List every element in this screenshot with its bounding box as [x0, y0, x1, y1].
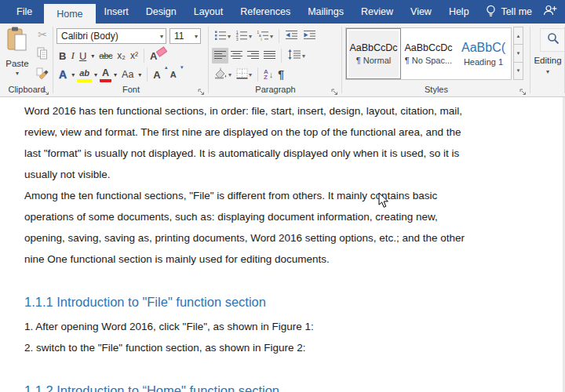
section-heading-111[interactable]: 1.1.1 Introduction to "File" function se… — [24, 290, 563, 314]
tab-home[interactable]: Home — [44, 4, 95, 24]
strikethrough-button[interactable]: abc — [97, 48, 115, 64]
clipboard-dialog-launcher-icon[interactable] — [42, 85, 50, 94]
multilevel-list-icon: 1ai — [257, 30, 269, 43]
style-normal[interactable]: AaBbCcDc ¶ Normal — [346, 28, 401, 79]
underline-button[interactable]: U — [77, 48, 89, 64]
justify-button[interactable] — [261, 48, 278, 64]
separator — [257, 67, 258, 82]
paragraph-dialog-launcher-icon[interactable] — [330, 85, 339, 94]
align-right-icon — [247, 50, 259, 62]
tab-file[interactable]: File — [5, 0, 44, 24]
numbered-list-icon: 123 — [235, 30, 248, 43]
styles-more-icon[interactable]: ▼ — [513, 62, 523, 80]
document-line[interactable]: review, view and format. The first nine … — [24, 122, 563, 143]
mouse-cursor — [378, 192, 389, 209]
tell-me-label: Tell me — [501, 6, 532, 17]
styles-scroll-down-icon[interactable]: ▼ — [513, 44, 523, 62]
find-button[interactable] — [540, 28, 565, 52]
change-case-dropdown-icon[interactable]: ▾ — [136, 67, 144, 82]
sort-az-icon: AZ — [264, 69, 268, 80]
sort-button[interactable]: AZ ↓ — [261, 67, 275, 82]
text-effects-dropdown-icon[interactable]: ▾ — [69, 67, 77, 82]
font-dialog-launcher-icon[interactable] — [197, 85, 206, 94]
document-line[interactable]: 2. switch to the "File" function section… — [24, 337, 563, 358]
separator — [147, 67, 148, 82]
share-button[interactable] — [540, 0, 565, 24]
tab-insert[interactable]: Insert — [96, 0, 137, 24]
styles-gallery: AaBbCcDc ¶ Normal AaBbCcDc ¶ No Spac... … — [345, 27, 512, 80]
styles-group: AaBbCcDc ¶ Normal AaBbCcDc ¶ No Spac... … — [342, 24, 530, 96]
paste-dropdown-arrow[interactable]: ▾ — [16, 70, 19, 77]
document-line[interactable]: last "format" is usually not displayed. … — [24, 143, 563, 164]
document-canvas[interactable]: Word 2016 has ten functional sections, i… — [0, 97, 563, 392]
change-case-button[interactable]: Aa — [119, 67, 136, 82]
editing-group-label: Editing — [530, 56, 565, 65]
styles-dialog-launcher-icon[interactable] — [519, 85, 527, 94]
document-line[interactable]: operations of some documents, such as: d… — [24, 206, 563, 227]
align-center-button[interactable] — [228, 48, 245, 64]
style-no-spacing[interactable]: AaBbCcDc ¶ No Spac... — [401, 28, 456, 79]
borders-button[interactable]: ▾ — [234, 67, 254, 82]
editing-group: Editing ▾ — [530, 24, 565, 96]
font-group-label: Font — [122, 85, 140, 94]
cut-button[interactable]: ✂ — [34, 27, 51, 42]
tab-mailings[interactable]: Mailings — [299, 0, 352, 24]
document-line[interactable]: Word 2016 has ten functional sections, i… — [24, 100, 563, 122]
editing-dropdown-icon[interactable]: ▾ — [530, 68, 565, 75]
highlight-button[interactable]: ab — [77, 67, 92, 82]
align-right-button[interactable] — [245, 48, 261, 64]
show-marks-button[interactable]: ¶ — [275, 67, 286, 82]
multilevel-list-button[interactable]: 1ai ▾ — [254, 28, 275, 44]
section-heading-112[interactable]: 1.1.2 Introduction to “Home" function se… — [24, 379, 563, 392]
subscript-button[interactable]: x₂ — [115, 48, 128, 64]
tab-help[interactable]: Help — [440, 0, 478, 24]
font-size-value: 11 — [174, 31, 184, 42]
style-heading1[interactable]: AaBbC( Heading 1 — [456, 28, 511, 79]
clipboard-group: Paste ▾ ✂ Clipboard — [0, 24, 53, 96]
font-size-combo[interactable]: 11 ▾ — [170, 28, 201, 44]
clear-formatting-button[interactable]: A — [148, 48, 159, 64]
tab-review[interactable]: Review — [352, 0, 402, 24]
copy-icon — [37, 47, 48, 62]
tab-view[interactable]: View — [402, 0, 440, 24]
document-line[interactable]: opening, saving, saving as, printing doc… — [24, 227, 563, 249]
document-line[interactable]: usually not visible. — [24, 164, 563, 185]
font-name-value: Calibri (Body) — [61, 31, 118, 42]
ribbon: Paste ▾ ✂ Clipboard — [0, 24, 565, 97]
shrink-font-button[interactable]: A — [168, 67, 179, 82]
bold-button[interactable]: B — [56, 48, 68, 64]
document-line[interactable]: nine One functional section is mainly us… — [24, 249, 563, 270]
tell-me-button[interactable]: Tell me — [478, 0, 540, 24]
font-color-dropdown-icon[interactable]: ▾ — [111, 67, 119, 82]
font-name-combo[interactable]: Calibri (Body) ▾ — [56, 28, 166, 44]
styles-scroll-up-icon[interactable]: ▲ — [513, 27, 523, 45]
numbering-button[interactable]: 123 ▾ — [233, 28, 254, 44]
grow-font-button[interactable]: A — [151, 67, 162, 82]
increase-indent-button[interactable] — [301, 28, 319, 44]
format-painter-icon — [36, 67, 49, 82]
bullets-dropdown-icon: ▾ — [228, 33, 231, 40]
tab-design[interactable]: Design — [137, 0, 185, 24]
document-line[interactable]: 1. After opening Word 2016, click "File"… — [24, 316, 563, 337]
decrease-indent-button[interactable] — [282, 28, 301, 44]
person-add-icon — [543, 4, 557, 20]
shading-button[interactable]: ▾ — [212, 67, 234, 82]
styles-gallery-scroll: ▲ ▼ ▼ — [513, 27, 523, 80]
separator — [281, 49, 282, 63]
bullets-button[interactable]: ▾ — [212, 28, 233, 44]
copy-button[interactable] — [34, 46, 51, 62]
line-spacing-dropdown-icon: ▾ — [302, 53, 305, 60]
underline-dropdown-icon[interactable]: ▾ — [89, 48, 97, 64]
document-line[interactable]: Among the ten functional sections, "File… — [24, 185, 563, 206]
line-spacing-button[interactable]: ▾ — [285, 48, 308, 64]
highlight-dropdown-icon[interactable]: ▾ — [92, 67, 100, 82]
tab-references[interactable]: References — [231, 0, 299, 24]
tab-layout[interactable]: Layout — [185, 0, 232, 24]
superscript-button[interactable]: x² — [128, 48, 140, 64]
format-painter-button[interactable] — [34, 66, 51, 82]
italic-button[interactable]: I — [68, 48, 77, 64]
text-effects-button[interactable]: A — [56, 67, 69, 82]
align-left-button[interactable] — [212, 48, 228, 64]
font-color-button[interactable]: A — [100, 67, 111, 82]
separator — [279, 29, 279, 43]
